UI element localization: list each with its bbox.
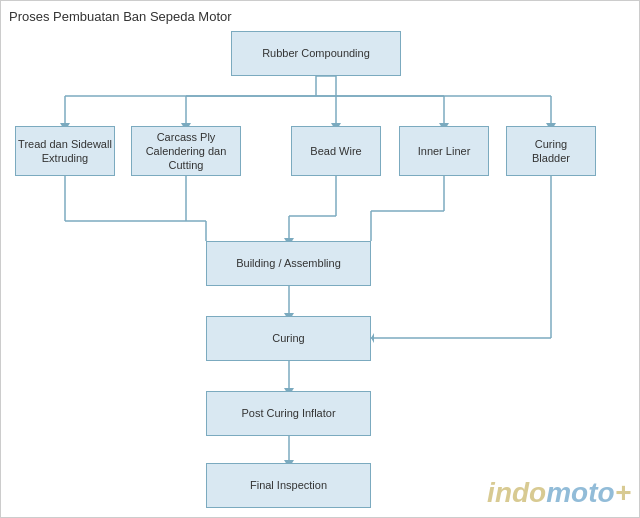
bead-wire-box: Bead Wire: [291, 126, 381, 176]
final-inspection-box: Final Inspection: [206, 463, 371, 508]
curing-bladder-box: CuringBladder: [506, 126, 596, 176]
building-box: Building / Assembling: [206, 241, 371, 286]
tread-box: Tread dan SidewallExtruding: [15, 126, 115, 176]
watermark: indomoto+: [487, 477, 631, 509]
svg-marker-31: [371, 333, 374, 343]
flowchart: Proses Pembuatan Ban Sepeda Motor: [1, 1, 640, 518]
inner-liner-box: Inner Liner: [399, 126, 489, 176]
carcass-box: Carcass PlyCalendering dan Cutting: [131, 126, 241, 176]
curing-box: Curing: [206, 316, 371, 361]
post-curing-box: Post Curing Inflator: [206, 391, 371, 436]
page-title: Proses Pembuatan Ban Sepeda Motor: [9, 9, 232, 24]
rubber-compounding-box: Rubber Compounding: [231, 31, 401, 76]
